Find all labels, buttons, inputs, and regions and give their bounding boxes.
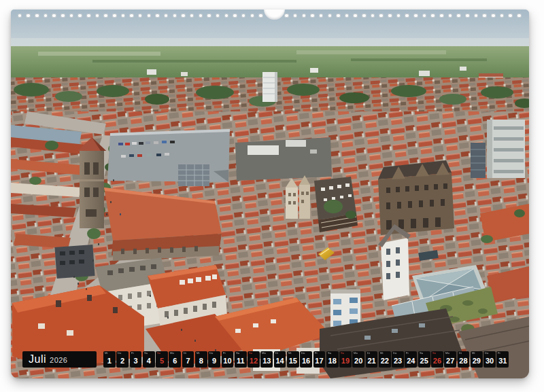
day-number: 13 (262, 357, 271, 365)
day-cell: Di28 (458, 351, 470, 368)
weekday-abbreviation: Mi (197, 352, 199, 355)
day-cell: So19 (339, 351, 352, 368)
weekday-abbreviation: Mi (105, 352, 107, 355)
day-number: 29 (473, 357, 481, 365)
weekday-abbreviation: Fr (406, 352, 409, 355)
day-number: 21 (367, 357, 375, 365)
weekday-abbreviation: Fr (223, 352, 226, 355)
day-number: 15 (289, 357, 297, 365)
day-cell: Sa11 (235, 351, 247, 368)
weekday-abbreviation: So (249, 352, 252, 355)
weekday-abbreviation: Mo (262, 352, 266, 355)
binder-hole (517, 14, 522, 18)
binder-hole (258, 14, 263, 18)
weekday-abbreviation: Do (118, 352, 121, 355)
day-number: 12 (250, 357, 258, 365)
day-cell: Mi8 (195, 351, 207, 368)
weekday-abbreviation: Mo (445, 352, 449, 355)
day-number: 4 (147, 357, 151, 365)
binder-hole (35, 14, 39, 18)
day-cell: Di21 (366, 351, 378, 368)
day-number: 8 (199, 357, 203, 365)
day-cell: Sa18 (326, 351, 339, 368)
day-number: 27 (446, 357, 454, 365)
day-cell: Fr24 (405, 351, 417, 368)
day-number: 20 (354, 357, 362, 365)
weekday-abbreviation: Mo (170, 352, 174, 355)
day-cell: Mo27 (444, 351, 456, 368)
day-number: 3 (133, 357, 137, 365)
weekday-abbreviation: Fr (315, 352, 318, 355)
weekday-abbreviation: Mo (354, 352, 358, 355)
binder-hole (508, 14, 513, 18)
day-number: 30 (486, 357, 494, 365)
weekday-abbreviation: So (341, 352, 344, 355)
weekday-abbreviation: Di (184, 352, 186, 355)
day-cell: Do23 (392, 351, 404, 368)
day-number: 14 (275, 357, 284, 365)
binder-hole (284, 14, 289, 18)
weekday-abbreviation: Do (209, 352, 213, 355)
day-number: 22 (381, 357, 389, 365)
day-number: 24 (407, 357, 415, 365)
day-number: 26 (433, 357, 441, 365)
day-cell: Do9 (208, 351, 220, 368)
binder-hole (302, 14, 307, 18)
day-number: 7 (186, 357, 190, 365)
day-number: 31 (498, 357, 507, 365)
day-cell: Mi1 (103, 351, 116, 368)
day-number: 9 (212, 357, 216, 365)
binder-hole (439, 14, 444, 18)
day-cell: Mi22 (379, 351, 391, 368)
day-cell: So5 (156, 351, 168, 368)
binder-hole (155, 14, 160, 18)
day-cell: Sa4 (143, 351, 155, 368)
day-number: 25 (420, 357, 428, 365)
day-strip: Mi1Do2Fr3Sa4So5Mo6Di7Mi8Do9Fr10Sa11So12M… (103, 351, 509, 368)
weekday-abbreviation: Do (393, 352, 396, 355)
day-cell: Di7 (182, 351, 194, 368)
month-name: Juli (29, 351, 46, 367)
weekday-abbreviation: Mi (472, 352, 475, 355)
binder-hole (336, 14, 341, 18)
day-number: 23 (394, 357, 402, 365)
binder-hole (482, 14, 487, 18)
aerial-city-photo (11, 10, 529, 378)
day-number: 28 (459, 357, 467, 365)
binder-hole (61, 14, 65, 18)
weekday-abbreviation: Di (275, 352, 278, 355)
day-number: 19 (341, 357, 350, 365)
binder-hole (233, 14, 237, 18)
calendar-page: Juli 2026 Mi1Do2Fr3Sa4So5Mo6Di7Mi8Do9Fr1… (11, 10, 529, 378)
weekday-abbreviation: Sa (420, 352, 423, 355)
binder-hole (328, 14, 333, 18)
binder-hole (52, 14, 56, 18)
day-number: 5 (160, 357, 164, 365)
binder-hole (491, 14, 496, 18)
day-number: 18 (328, 357, 337, 365)
day-cell: Fr10 (222, 351, 234, 368)
binder-hole (405, 14, 409, 18)
day-cell: So26 (431, 351, 443, 368)
day-cell: Fr17 (313, 351, 326, 368)
day-cell: Fr31 (496, 351, 509, 368)
day-cell: Do30 (483, 351, 496, 368)
binder-hole (310, 14, 315, 18)
day-number: 1 (107, 357, 112, 365)
day-cell: Mo6 (169, 351, 181, 368)
binder-hole (456, 14, 461, 18)
binder-hole (388, 14, 392, 18)
day-cell: Mo13 (260, 351, 273, 368)
day-cell: Mi15 (287, 351, 299, 368)
day-cell: So12 (248, 351, 260, 368)
binder-hole (112, 14, 117, 18)
day-cell: Mo20 (352, 351, 364, 368)
day-cell: Do16 (300, 351, 312, 368)
weekday-abbreviation: Mi (288, 352, 291, 355)
binder-hole (78, 14, 82, 18)
weekday-abbreviation: So (157, 352, 160, 355)
day-number: 17 (315, 357, 323, 365)
day-number: 11 (237, 357, 245, 365)
day-cell: Mi29 (471, 351, 483, 368)
weekday-abbreviation: So (432, 352, 436, 355)
